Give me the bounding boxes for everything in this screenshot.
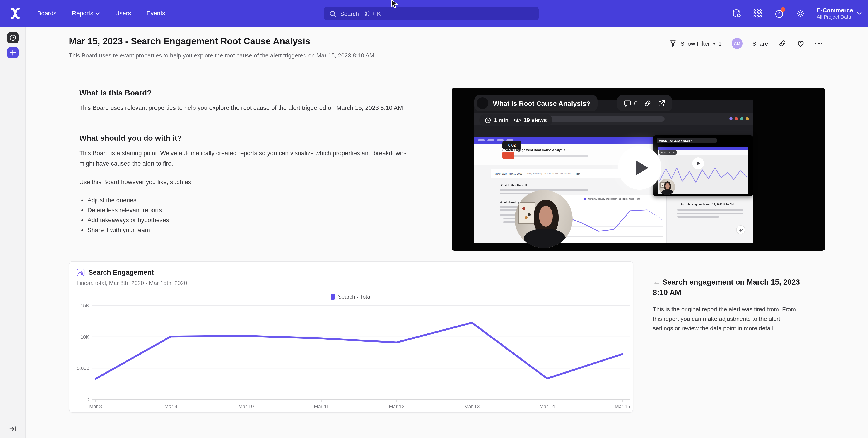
svg-text:Mar 11: Mar 11 [314,404,329,409]
search-icon [329,10,336,17]
section-paragraph: This Board is a starting point. We’ve au… [79,149,414,169]
video-actions-pill: 0 [617,95,672,111]
nested-play-button [692,158,704,169]
nav-item-events[interactable]: Events [147,10,165,17]
mouse-cursor [391,0,398,10]
mixpanel-logo-icon[interactable] [8,6,22,20]
chart-legend: Search - Total [69,294,633,300]
share-button[interactable]: Share [752,40,768,47]
mini-note-heading: ← Search usage on March 15, 2023 8:10 AM [677,203,746,207]
link-icon[interactable] [644,99,651,107]
divider [69,290,633,291]
more-options-button[interactable] [815,43,822,44]
comment-count: 0 [634,100,638,107]
comment-icon[interactable] [624,99,631,107]
alert-note-body: This is the original report the alert wa… [653,304,801,334]
nested-webcam-circle [659,179,675,195]
recorder-timestamp: 0:02 [502,141,521,149]
board-description: What is this Board? This Board uses rele… [79,89,414,235]
settings-gear-icon[interactable] [796,8,805,18]
apps-grid-icon[interactable] [753,8,763,18]
data-management-icon[interactable] [732,8,742,18]
legend-label: Search - Total [338,294,371,300]
primary-nav: Boards Reports Users Events [37,10,165,17]
expand-sidebar-icon [9,426,16,432]
list-item: Add takeaways or hypotheses [87,215,414,225]
video-title: What is Root Cause Analysis? [493,99,591,107]
svg-text:Mar 9: Mar 9 [164,404,177,409]
section-heading: What is this Board? [79,89,414,98]
mini-heading: What is this Board? [500,184,590,187]
webcam-circle [515,190,572,248]
video-avatar [476,97,488,109]
favorite-button[interactable] [796,39,805,47]
line-chart[interactable]: 05,00010K15KMar 8Mar 9Mar 10Mar 11Mar 12… [69,301,634,413]
svg-text:Mar 8: Mar 8 [89,404,102,409]
nested-duration: 18 sec [661,151,667,154]
report-title[interactable]: Search Engagement [88,268,154,276]
create-board-button[interactable] [7,47,19,58]
search-input[interactable]: Search ⌘ + K [324,7,539,20]
nested-stats-pill: 18 sec 1 view [659,150,677,155]
nested-video-thumbnail: What is Root Cause Analysis? 18 sec 1 vi… [653,135,753,196]
insights-report-icon [76,268,85,276]
separator-dot: • [713,40,715,47]
svg-text:Mar 12: Mar 12 [389,404,404,409]
nav-item-reports[interactable]: Reports [72,10,100,17]
board-header-actions: Show Filter • 1 CM Share [670,38,822,49]
svg-text:15K: 15K [81,303,89,308]
svg-text:Mar 10: Mar 10 [238,404,254,409]
heart-icon [796,39,805,47]
video-player[interactable]: Mixpanel (project 3) All Project Data Se… [452,88,825,251]
mini-note-text: ← Search usage on March 15, 2023 8:10 AM [677,203,746,219]
search-placeholder: Search [340,10,359,17]
clock-icon [485,117,491,123]
video-views: 19 views [524,117,547,123]
avatar[interactable]: CM [732,38,743,49]
nav-item-users[interactable]: Users [115,10,131,17]
discover-boards-button[interactable] [7,32,19,43]
search-shortcut: ⌘ + K [364,10,381,17]
avatar-initials: CM [734,41,741,46]
nested-views: 1 view [669,151,675,154]
nav-item-label: Reports [72,10,94,17]
open-external-icon[interactable] [658,99,665,107]
project-switcher[interactable]: E-Commerce All Project Data [817,6,862,20]
show-filter-button[interactable]: Show Filter • 1 [670,40,722,47]
svg-text:5,000: 5,000 [77,365,89,371]
legend-swatch [331,294,335,300]
play-button[interactable] [618,146,661,190]
mini-chart-legend: [Content Discovery] Omnisearch Report Li… [588,198,640,200]
nav-item-boards[interactable]: Boards [37,10,57,17]
list-intro: Use this Board however you like, such as… [79,177,414,188]
link-icon [778,39,786,47]
top-nav: Boards Reports Users Events Search ⌘ + K [0,0,868,27]
svg-text:Mar 15: Mar 15 [615,404,630,409]
board-subtitle: This Board uses relevant properties to h… [69,52,374,59]
help-icon[interactable]: ? [774,8,784,18]
suggestions-list: Adjust the queries Delete less relevant … [79,196,414,235]
report-card-search-engagement[interactable]: Search Engagement Linear, total, Mar 8th… [69,261,633,413]
expand-sidebar-button[interactable] [0,419,25,438]
svg-text:Mar 13: Mar 13 [464,404,479,409]
report-subtitle: Linear, total, Mar 8th, 2020 - Mar 15th,… [76,280,187,287]
notification-badge [781,7,785,11]
mini-floating-link-button [736,225,745,234]
nested-title-pill: What is Root Cause Analysis? [657,138,717,143]
eye-icon [514,117,521,123]
alert-note: ← Search engagement on March 15, 2023 8:… [653,277,801,334]
board-title: Mar 15, 2023 - Search Engagement Root Ca… [69,36,310,46]
nav-item-label: Boards [37,10,57,17]
list-item: Share it with your team [87,225,414,235]
show-filter-label: Show Filter [680,40,710,47]
mini-quick-ranges: Today Yesterday 7D 30D 3M 6M 12M Default [526,172,570,175]
video-duration: 1 min [494,117,508,123]
nav-item-label: Users [115,10,131,17]
recorder-stop-button [502,151,514,159]
video-stats-pill: 1 min 19 views [479,114,552,126]
list-item: Adjust the queries [87,196,414,205]
play-icon [636,160,648,175]
copy-link-button[interactable] [778,39,786,47]
video-title-pill: What is Root Cause Analysis? [474,95,598,111]
chevron-down-icon [857,12,862,15]
